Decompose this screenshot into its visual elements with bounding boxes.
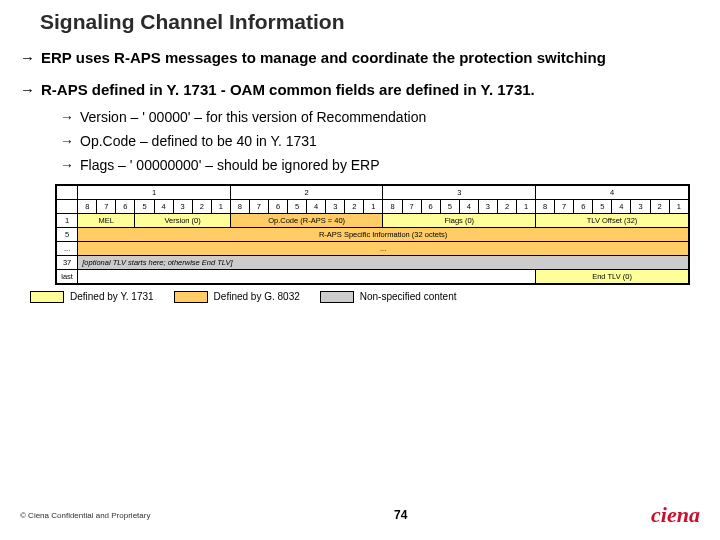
bit-label: 3: [326, 199, 345, 213]
bit-label: 6: [116, 199, 135, 213]
bit-label: 6: [268, 199, 287, 213]
bit-label: 2: [192, 199, 211, 213]
swatch-yellow: [30, 291, 64, 303]
bullet-2-text: R-APS defined in Y. 1731 - OAM common fi…: [41, 80, 535, 100]
bit-label: 3: [478, 199, 497, 213]
bit-label: 7: [402, 199, 421, 213]
table-row: last End TLV (0): [57, 269, 689, 283]
bit-label: 4: [307, 199, 326, 213]
bit-label: 4: [459, 199, 478, 213]
bit-label: 1: [364, 199, 383, 213]
legend: Defined by Y. 1731 Defined by G. 8032 No…: [30, 291, 720, 303]
row-label: last: [57, 269, 78, 283]
arrow-icon: →: [10, 108, 80, 126]
field-rapsinfo: R-APS Specific Information (32 octets): [78, 227, 689, 241]
bit-label: 7: [555, 199, 574, 213]
sub-bullet-2: → Op.Code – defined to be 40 in Y. 1731: [10, 129, 720, 153]
byte-col-2: 2: [230, 185, 383, 199]
field-mel: MEL: [78, 213, 135, 227]
arrow-icon: →: [10, 80, 41, 100]
sub-1-text: Version – ' 00000' – for this version of…: [80, 108, 426, 126]
bullet-2: → R-APS defined in Y. 1731 - OAM common …: [10, 74, 720, 106]
bit-label: 8: [536, 199, 555, 213]
byte-col-4: 4: [536, 185, 689, 199]
bit-label: 4: [154, 199, 173, 213]
bullet-1-text: ERP uses R-APS messages to manage and co…: [41, 48, 606, 68]
arrow-icon: →: [10, 156, 80, 174]
bit-label: 8: [383, 199, 402, 213]
field-opcode: Op.Code (R-APS = 40): [230, 213, 383, 227]
row-label: 37: [57, 255, 78, 269]
bit-label: 6: [421, 199, 440, 213]
bit-label: 4: [612, 199, 631, 213]
legend-nonspec-label: Non-specified content: [360, 291, 457, 302]
bit-label: 7: [249, 199, 268, 213]
bit-label: 5: [135, 199, 154, 213]
byte-col-1: 1: [78, 185, 231, 199]
bit-label: 5: [288, 199, 307, 213]
table-row: ... ...: [57, 241, 689, 255]
field-tlvoffset: TLV Offset (32): [536, 213, 689, 227]
byte-col-3: 3: [383, 185, 536, 199]
bit-label: 8: [230, 199, 249, 213]
legend-y1731-label: Defined by Y. 1731: [70, 291, 154, 302]
bullet-1: → ERP uses R-APS messages to manage and …: [10, 42, 720, 74]
page-number: 74: [394, 508, 407, 522]
bit-label: 5: [593, 199, 612, 213]
copyright: © Ciena Confidential and Proprietary: [20, 511, 150, 520]
bit-label: 3: [173, 199, 192, 213]
row-label: ...: [57, 241, 78, 255]
field-end-tlv: End TLV (0): [536, 269, 689, 283]
field-version: Version (0): [135, 213, 230, 227]
bit-label: 2: [345, 199, 364, 213]
legend-g8032: Defined by G. 8032: [174, 291, 300, 303]
pdu-table: 1 2 3 4 8 7 6 5 4 3 2 1 8 7 6 5 4 3 2 1 …: [55, 184, 690, 285]
swatch-orange: [174, 291, 208, 303]
field-flags: Flags (0): [383, 213, 536, 227]
table-row: 37 [optional TLV starts here; otherwise …: [57, 255, 689, 269]
table-row: 1 2 3 4: [57, 185, 689, 199]
arrow-icon: →: [10, 48, 41, 68]
sub-bullet-3: → Flags – ' 00000000' – should be ignore…: [10, 153, 720, 177]
table-row: 8 7 6 5 4 3 2 1 8 7 6 5 4 3 2 1 8 7 6 5 …: [57, 199, 689, 213]
sub-3-text: Flags – ' 00000000' – should be ignored …: [80, 156, 380, 174]
sub-2-text: Op.Code – defined to be 40 in Y. 1731: [80, 132, 317, 150]
legend-nonspec: Non-specified content: [320, 291, 457, 303]
legend-g8032-label: Defined by G. 8032: [214, 291, 300, 302]
page-title: Signaling Channel Information: [0, 0, 720, 34]
bit-label: 3: [631, 199, 650, 213]
bit-label: 7: [97, 199, 116, 213]
bit-label: 1: [517, 199, 536, 213]
table-row: 5 R-APS Specific Information (32 octets): [57, 227, 689, 241]
bit-label: 8: [78, 199, 97, 213]
bit-label: 5: [440, 199, 459, 213]
bit-label: 2: [497, 199, 516, 213]
field-ellipsis: ...: [78, 241, 689, 255]
footer: © Ciena Confidential and Proprietary 74 …: [20, 502, 700, 528]
ciena-logo: ciena: [651, 502, 700, 528]
sub-bullet-1: → Version – ' 00000' – for this version …: [10, 105, 720, 129]
swatch-grey: [320, 291, 354, 303]
bit-label: 1: [211, 199, 230, 213]
legend-y1731: Defined by Y. 1731: [30, 291, 154, 303]
bullet-list: → ERP uses R-APS messages to manage and …: [0, 34, 720, 178]
table-row: 1 MEL Version (0) Op.Code (R-APS = 40) F…: [57, 213, 689, 227]
bit-label: 2: [650, 199, 669, 213]
bit-label: 1: [669, 199, 688, 213]
row-label: 5: [57, 227, 78, 241]
arrow-icon: →: [10, 132, 80, 150]
row-label: 1: [57, 213, 78, 227]
field-optional-tlv: [optional TLV starts here; otherwise End…: [78, 255, 689, 269]
bit-label: 6: [574, 199, 593, 213]
